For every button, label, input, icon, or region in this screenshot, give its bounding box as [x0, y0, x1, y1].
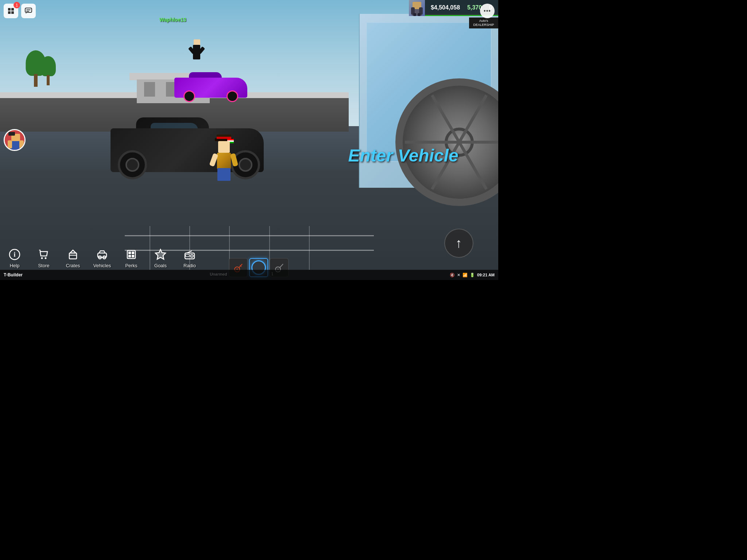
radio-label: Radio — [183, 263, 196, 268]
more-options-button[interactable]: ••• — [480, 4, 495, 18]
perks-label: Perks — [125, 263, 137, 268]
help-icon-svg: i — [9, 249, 20, 260]
xp-display: 5,370 — [467, 4, 482, 11]
perks-icon-svg — [125, 249, 137, 260]
svg-rect-29 — [128, 252, 131, 254]
enter-vehicle-prompt: Enter Vehicle — [348, 145, 458, 166]
avatar-svg — [409, 0, 425, 16]
vehicles-icon — [96, 249, 108, 262]
top-left-controls: 1 — [4, 4, 36, 18]
svg-rect-17 — [8, 140, 12, 148]
svg-rect-4 — [413, 13, 416, 16]
svg-text:i: i — [13, 251, 15, 258]
player-character — [209, 135, 239, 186]
radio-icon-svg — [184, 249, 196, 260]
svg-point-23 — [45, 257, 47, 259]
store-label: Store — [38, 263, 49, 268]
battery-icon: 🔋 — [470, 273, 475, 277]
svg-rect-8 — [8, 11, 11, 14]
radio-icon — [184, 249, 196, 262]
car-wheel-right — [227, 90, 238, 102]
vehicles-icon-svg — [96, 249, 108, 260]
svg-rect-32 — [132, 255, 134, 257]
radio-button[interactable]: Radio — [175, 246, 204, 270]
purple-car — [174, 73, 247, 102]
crates-label: Crates — [66, 263, 80, 268]
store-button[interactable]: Store — [29, 246, 58, 270]
perks-icon — [125, 249, 137, 262]
avatar-image — [409, 0, 425, 16]
background-player — [189, 39, 204, 69]
notification-badge: 1 — [13, 2, 20, 8]
perks-button[interactable]: Perks — [117, 246, 146, 270]
svg-rect-36 — [186, 254, 189, 257]
svg-rect-13 — [26, 11, 29, 12]
road-line-h1 — [125, 235, 374, 236]
taskbar-left: T-Builder — [4, 272, 23, 277]
chat-icon — [24, 7, 32, 15]
taskbar-app-name: T-Builder — [4, 272, 23, 277]
tree-foliage-2 — [40, 56, 56, 76]
help-label: Help — [10, 263, 20, 268]
svg-rect-12 — [26, 9, 31, 10]
help-icon: i — [9, 249, 20, 262]
money-value: $4,504,058 — [431, 4, 460, 11]
dealership-sign-line1: Auto's — [479, 19, 488, 23]
window-l — [144, 82, 155, 97]
vehicles-label: Vehicles — [93, 263, 111, 268]
spoke-6 — [458, 94, 488, 143]
player-jeans — [217, 168, 231, 181]
dealership-sign-line2: DEALERSHIP — [473, 23, 494, 27]
svg-rect-9 — [11, 11, 14, 14]
parking-line-5 — [309, 226, 310, 270]
roblox-menu-button[interactable]: 1 — [4, 4, 18, 18]
svg-point-35 — [191, 256, 193, 257]
taskbar-right: 🔇 ✕ 📶 🔋 09:21 AM — [450, 273, 495, 277]
player-arm-right — [230, 153, 238, 166]
system-taskbar: T-Builder 🔇 ✕ 📶 🔋 09:21 AM — [0, 270, 498, 280]
store-icon — [38, 249, 50, 262]
action-button[interactable]: ↑ — [444, 229, 473, 258]
bottom-navigation: i Help Store — [0, 246, 204, 270]
store-icon-svg — [38, 249, 50, 260]
svg-point-22 — [41, 257, 43, 259]
crates-icon-svg — [67, 249, 79, 260]
mute-icon: 🔇 — [450, 273, 455, 277]
bluetooth-icon: ✕ — [457, 273, 460, 277]
svg-rect-5 — [418, 13, 421, 16]
goals-icon-svg — [155, 249, 166, 260]
svg-rect-19 — [8, 132, 15, 136]
spoke-2 — [458, 141, 488, 190]
action-arrow-icon: ↑ — [456, 236, 462, 251]
svg-rect-24 — [69, 253, 77, 259]
svg-rect-7 — [11, 8, 14, 11]
svg-rect-6 — [8, 8, 11, 11]
signal-icon: 📶 — [462, 273, 468, 277]
player-avatar-circle — [4, 129, 26, 151]
tree-trunk — [34, 74, 38, 87]
goals-button[interactable]: Goals — [146, 246, 175, 270]
crates-button[interactable]: Crates — [58, 246, 88, 270]
more-icon: ••• — [484, 8, 491, 14]
svg-rect-30 — [132, 252, 134, 254]
svg-rect-31 — [128, 255, 131, 257]
car-wheel-left — [183, 90, 195, 102]
spoke-4 — [405, 141, 460, 144]
black-car — [100, 106, 275, 179]
vehicles-button[interactable]: Vehicles — [88, 246, 117, 270]
dealership-sign: Auto's DEALERSHIP — [469, 18, 498, 28]
player-head — [218, 141, 230, 153]
goals-icon — [155, 249, 166, 262]
tree-trunk-2 — [47, 75, 50, 85]
player-nametag: Waphloe13 — [159, 17, 186, 23]
crates-icon — [67, 249, 79, 262]
game-container: Waphloe13 Auto's DEALERSHIP — [0, 0, 498, 280]
taskbar-time: 09:21 AM — [477, 273, 495, 277]
dealership-sign-text: Auto's DEALERSHIP — [473, 19, 494, 27]
help-button[interactable]: i Help — [0, 246, 29, 270]
player-avatar-hud — [409, 0, 425, 16]
goals-label: Goals — [154, 263, 167, 268]
tree-right — [40, 56, 56, 85]
chat-button[interactable] — [21, 4, 36, 18]
black-car-wheel-left — [118, 150, 147, 179]
